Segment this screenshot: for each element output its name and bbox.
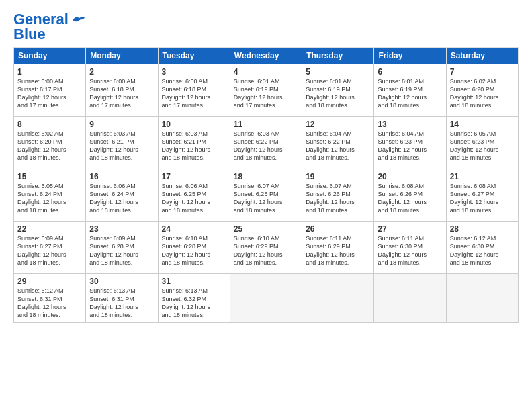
- day-number: 31: [162, 277, 226, 286]
- logo-part2: Blue: [13, 26, 46, 42]
- day-number: 5: [306, 67, 370, 77]
- calendar-cell: 5Sunrise: 6:01 AM Sunset: 6:19 PM Daylig…: [302, 64, 374, 117]
- calendar-cell: 7Sunrise: 6:02 AM Sunset: 6:20 PM Daylig…: [446, 64, 518, 117]
- day-info: Sunrise: 6:01 AM Sunset: 6:19 PM Dayligh…: [234, 77, 298, 110]
- calendar-cell: 15Sunrise: 6:05 AM Sunset: 6:24 PM Dayli…: [14, 169, 86, 222]
- calendar-cell: 6Sunrise: 6:01 AM Sunset: 6:19 PM Daylig…: [374, 64, 446, 117]
- day-number: 30: [89, 277, 154, 286]
- calendar-cell: 29Sunrise: 6:12 AM Sunset: 6:31 PM Dayli…: [14, 274, 86, 323]
- day-info: Sunrise: 6:04 AM Sunset: 6:23 PM Dayligh…: [378, 130, 442, 163]
- day-info: Sunrise: 6:00 AM Sunset: 6:18 PM Dayligh…: [162, 77, 226, 110]
- day-info: Sunrise: 6:08 AM Sunset: 6:26 PM Dayligh…: [378, 182, 442, 215]
- day-number: 21: [450, 172, 515, 181]
- calendar-cell: 25Sunrise: 6:10 AM Sunset: 6:29 PM Dayli…: [230, 222, 302, 274]
- calendar-cell: [302, 274, 374, 323]
- logo: General Blue: [13, 12, 86, 42]
- day-info: Sunrise: 6:12 AM Sunset: 6:31 PM Dayligh…: [17, 287, 82, 320]
- calendar-cell: 12Sunrise: 6:04 AM Sunset: 6:22 PM Dayli…: [302, 117, 374, 169]
- day-info: Sunrise: 6:10 AM Sunset: 6:28 PM Dayligh…: [162, 234, 226, 267]
- calendar-cell: 13Sunrise: 6:04 AM Sunset: 6:23 PM Dayli…: [374, 117, 446, 169]
- day-info: Sunrise: 6:13 AM Sunset: 6:32 PM Dayligh…: [162, 287, 226, 320]
- calendar-cell: 11Sunrise: 6:03 AM Sunset: 6:22 PM Dayli…: [230, 117, 302, 169]
- calendar-cell: 9Sunrise: 6:03 AM Sunset: 6:21 PM Daylig…: [86, 117, 158, 169]
- day-info: Sunrise: 6:06 AM Sunset: 6:24 PM Dayligh…: [89, 182, 154, 215]
- calendar-cell: 30Sunrise: 6:13 AM Sunset: 6:31 PM Dayli…: [86, 274, 158, 323]
- calendar-header-row: SundayMondayTuesdayWednesdayThursdayFrid…: [14, 48, 519, 64]
- day-info: Sunrise: 6:01 AM Sunset: 6:19 PM Dayligh…: [306, 77, 370, 110]
- day-number: 25: [234, 224, 298, 234]
- day-info: Sunrise: 6:12 AM Sunset: 6:30 PM Dayligh…: [450, 234, 515, 267]
- day-info: Sunrise: 6:08 AM Sunset: 6:27 PM Dayligh…: [450, 182, 515, 215]
- calendar-cell: 8Sunrise: 6:02 AM Sunset: 6:20 PM Daylig…: [14, 117, 86, 169]
- calendar-week-row: 1Sunrise: 6:00 AM Sunset: 6:17 PM Daylig…: [14, 64, 519, 117]
- day-info: Sunrise: 6:07 AM Sunset: 6:26 PM Dayligh…: [306, 182, 370, 215]
- calendar-table: SundayMondayTuesdayWednesdayThursdayFrid…: [13, 47, 519, 323]
- day-number: 28: [450, 224, 515, 234]
- calendar-cell: 1Sunrise: 6:00 AM Sunset: 6:17 PM Daylig…: [14, 64, 86, 117]
- calendar-cell: 3Sunrise: 6:00 AM Sunset: 6:18 PM Daylig…: [158, 64, 230, 117]
- calendar-week-row: 29Sunrise: 6:12 AM Sunset: 6:31 PM Dayli…: [14, 274, 519, 323]
- calendar-week-row: 15Sunrise: 6:05 AM Sunset: 6:24 PM Dayli…: [14, 169, 519, 222]
- day-number: 12: [306, 120, 370, 129]
- calendar-cell: 20Sunrise: 6:08 AM Sunset: 6:26 PM Dayli…: [374, 169, 446, 222]
- day-info: Sunrise: 6:06 AM Sunset: 6:25 PM Dayligh…: [162, 182, 226, 215]
- logo-text: General Blue: [13, 12, 69, 42]
- weekday-header: Tuesday: [158, 48, 230, 64]
- calendar-cell: 14Sunrise: 6:05 AM Sunset: 6:23 PM Dayli…: [446, 117, 518, 169]
- day-info: Sunrise: 6:02 AM Sunset: 6:20 PM Dayligh…: [17, 130, 82, 163]
- day-number: 14: [450, 120, 515, 129]
- calendar-cell: 28Sunrise: 6:12 AM Sunset: 6:30 PM Dayli…: [446, 222, 518, 274]
- day-number: 18: [234, 172, 298, 181]
- day-number: 8: [17, 120, 82, 129]
- calendar-cell: [374, 274, 446, 323]
- day-info: Sunrise: 6:03 AM Sunset: 6:22 PM Dayligh…: [234, 130, 298, 163]
- calendar-week-row: 22Sunrise: 6:09 AM Sunset: 6:27 PM Dayli…: [14, 222, 519, 274]
- day-number: 11: [234, 120, 298, 129]
- weekday-header: Thursday: [302, 48, 374, 64]
- day-info: Sunrise: 6:13 AM Sunset: 6:31 PM Dayligh…: [89, 287, 154, 320]
- day-number: 24: [162, 224, 226, 234]
- day-number: 6: [378, 67, 442, 77]
- calendar-cell: 26Sunrise: 6:11 AM Sunset: 6:29 PM Dayli…: [302, 222, 374, 274]
- calendar-cell: 17Sunrise: 6:06 AM Sunset: 6:25 PM Dayli…: [158, 169, 230, 222]
- calendar-cell: 24Sunrise: 6:10 AM Sunset: 6:28 PM Dayli…: [158, 222, 230, 274]
- calendar-cell: [446, 274, 518, 323]
- weekday-header: Wednesday: [230, 48, 302, 64]
- day-info: Sunrise: 6:07 AM Sunset: 6:25 PM Dayligh…: [234, 182, 298, 215]
- day-number: 2: [89, 67, 154, 77]
- day-info: Sunrise: 6:02 AM Sunset: 6:20 PM Dayligh…: [450, 77, 515, 110]
- day-info: Sunrise: 6:09 AM Sunset: 6:28 PM Dayligh…: [89, 234, 154, 267]
- day-info: Sunrise: 6:09 AM Sunset: 6:27 PM Dayligh…: [17, 234, 82, 267]
- day-number: 7: [450, 67, 515, 77]
- calendar-cell: 16Sunrise: 6:06 AM Sunset: 6:24 PM Dayli…: [86, 169, 158, 222]
- day-info: Sunrise: 6:05 AM Sunset: 6:23 PM Dayligh…: [450, 130, 515, 163]
- day-info: Sunrise: 6:04 AM Sunset: 6:22 PM Dayligh…: [306, 130, 370, 163]
- calendar-cell: 31Sunrise: 6:13 AM Sunset: 6:32 PM Dayli…: [158, 274, 230, 323]
- day-number: 20: [378, 172, 442, 181]
- day-number: 3: [162, 67, 226, 77]
- calendar-cell: 22Sunrise: 6:09 AM Sunset: 6:27 PM Dayli…: [14, 222, 86, 274]
- calendar-cell: 21Sunrise: 6:08 AM Sunset: 6:27 PM Dayli…: [446, 169, 518, 222]
- day-info: Sunrise: 6:03 AM Sunset: 6:21 PM Dayligh…: [162, 130, 226, 163]
- day-number: 10: [162, 120, 226, 129]
- day-number: 1: [17, 67, 82, 77]
- day-number: 23: [89, 224, 154, 234]
- day-info: Sunrise: 6:11 AM Sunset: 6:30 PM Dayligh…: [378, 234, 442, 267]
- day-number: 19: [306, 172, 370, 181]
- day-info: Sunrise: 6:05 AM Sunset: 6:24 PM Dayligh…: [17, 182, 82, 215]
- calendar-cell: [230, 274, 302, 323]
- weekday-header: Friday: [374, 48, 446, 64]
- day-number: 27: [378, 224, 442, 234]
- day-number: 15: [17, 172, 82, 181]
- day-info: Sunrise: 6:10 AM Sunset: 6:29 PM Dayligh…: [234, 234, 298, 267]
- day-number: 4: [234, 67, 298, 77]
- header: General Blue: [13, 12, 519, 42]
- calendar-cell: 19Sunrise: 6:07 AM Sunset: 6:26 PM Dayli…: [302, 169, 374, 222]
- weekday-header: Monday: [86, 48, 158, 64]
- day-number: 13: [378, 120, 442, 129]
- calendar-cell: 23Sunrise: 6:09 AM Sunset: 6:28 PM Dayli…: [86, 222, 158, 274]
- calendar-cell: 27Sunrise: 6:11 AM Sunset: 6:30 PM Dayli…: [374, 222, 446, 274]
- day-number: 29: [17, 277, 82, 286]
- calendar-week-row: 8Sunrise: 6:02 AM Sunset: 6:20 PM Daylig…: [14, 117, 519, 169]
- day-number: 16: [89, 172, 154, 181]
